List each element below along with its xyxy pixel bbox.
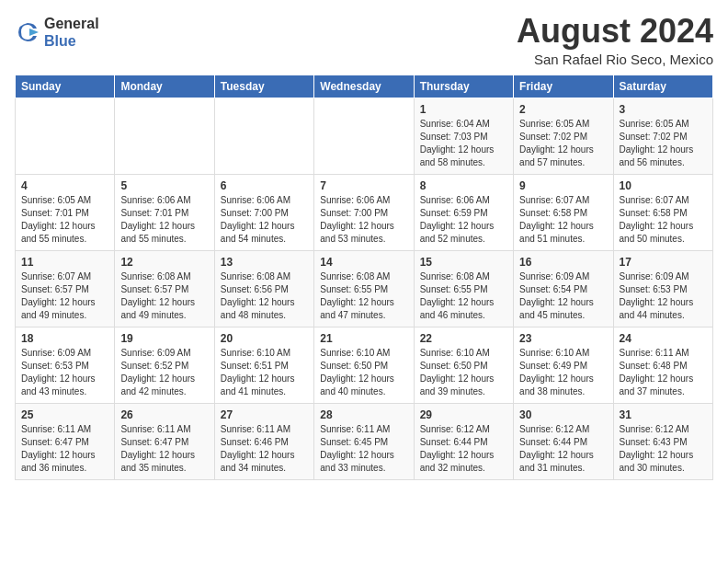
calendar-cell: 5Sunrise: 6:06 AM Sunset: 7:01 PM Daylig… bbox=[115, 175, 214, 251]
weekday-header-friday: Friday bbox=[514, 75, 613, 98]
calendar-cell: 8Sunrise: 6:06 AM Sunset: 6:59 PM Daylig… bbox=[414, 175, 513, 251]
day-info: Sunrise: 6:06 AM Sunset: 7:01 PM Dayligh… bbox=[120, 194, 208, 246]
day-number: 27 bbox=[221, 408, 308, 421]
day-number: 21 bbox=[320, 332, 407, 345]
day-number: 9 bbox=[519, 179, 607, 192]
day-number: 12 bbox=[120, 256, 208, 269]
calendar-cell: 21Sunrise: 6:10 AM Sunset: 6:50 PM Dayli… bbox=[314, 327, 414, 404]
day-info: Sunrise: 6:04 AM Sunset: 7:03 PM Dayligh… bbox=[420, 118, 507, 169]
day-info: Sunrise: 6:07 AM Sunset: 6:58 PM Dayligh… bbox=[620, 194, 707, 246]
calendar-cell bbox=[16, 98, 115, 175]
calendar-cell: 9Sunrise: 6:07 AM Sunset: 6:58 PM Daylig… bbox=[514, 175, 613, 251]
week-row-5: 25Sunrise: 6:11 AM Sunset: 6:47 PM Dayli… bbox=[16, 404, 713, 480]
title-block: August 2024 San Rafael Rio Seco, Mexico bbox=[517, 15, 713, 67]
calendar-cell: 15Sunrise: 6:08 AM Sunset: 6:55 PM Dayli… bbox=[414, 251, 513, 327]
day-number: 6 bbox=[221, 179, 308, 192]
calendar-cell: 31Sunrise: 6:12 AM Sunset: 6:43 PM Dayli… bbox=[613, 404, 712, 480]
day-number: 14 bbox=[320, 256, 407, 269]
calendar-cell: 19Sunrise: 6:09 AM Sunset: 6:52 PM Dayli… bbox=[115, 327, 214, 404]
day-number: 29 bbox=[420, 408, 507, 421]
calendar-cell: 20Sunrise: 6:10 AM Sunset: 6:51 PM Dayli… bbox=[214, 327, 313, 404]
day-number: 5 bbox=[120, 179, 208, 192]
day-info: Sunrise: 6:09 AM Sunset: 6:52 PM Dayligh… bbox=[120, 347, 208, 398]
calendar-cell: 6Sunrise: 6:06 AM Sunset: 7:00 PM Daylig… bbox=[214, 175, 313, 251]
calendar-cell: 23Sunrise: 6:10 AM Sunset: 6:49 PM Dayli… bbox=[514, 327, 613, 404]
logo-blue: Blue bbox=[44, 33, 76, 49]
calendar-cell: 14Sunrise: 6:08 AM Sunset: 6:55 PM Dayli… bbox=[314, 251, 414, 327]
day-number: 2 bbox=[519, 103, 607, 116]
weekday-header-tuesday: Tuesday bbox=[214, 75, 313, 98]
day-info: Sunrise: 6:08 AM Sunset: 6:56 PM Dayligh… bbox=[221, 270, 308, 322]
day-info: Sunrise: 6:11 AM Sunset: 6:48 PM Dayligh… bbox=[620, 347, 707, 398]
day-number: 24 bbox=[620, 332, 707, 345]
day-number: 19 bbox=[120, 332, 208, 345]
day-info: Sunrise: 6:06 AM Sunset: 7:00 PM Dayligh… bbox=[221, 194, 308, 246]
day-number: 17 bbox=[620, 256, 707, 269]
week-row-2: 4Sunrise: 6:05 AM Sunset: 7:01 PM Daylig… bbox=[16, 175, 713, 251]
day-number: 28 bbox=[320, 408, 407, 421]
day-info: Sunrise: 6:10 AM Sunset: 6:50 PM Dayligh… bbox=[420, 347, 507, 398]
location-subtitle: San Rafael Rio Seco, Mexico bbox=[517, 52, 713, 67]
calendar-table: SundayMondayTuesdayWednesdayThursdayFrid… bbox=[15, 75, 713, 480]
calendar-cell: 3Sunrise: 6:05 AM Sunset: 7:02 PM Daylig… bbox=[613, 98, 712, 175]
weekday-header-monday: Monday bbox=[115, 75, 214, 98]
weekday-header-row: SundayMondayTuesdayWednesdayThursdayFrid… bbox=[16, 75, 713, 98]
day-number: 11 bbox=[21, 256, 108, 269]
weekday-header-thursday: Thursday bbox=[414, 75, 513, 98]
day-number: 13 bbox=[221, 256, 308, 269]
weekday-header-sunday: Sunday bbox=[16, 75, 115, 98]
day-info: Sunrise: 6:09 AM Sunset: 6:54 PM Dayligh… bbox=[519, 270, 607, 322]
calendar-cell: 7Sunrise: 6:06 AM Sunset: 7:00 PM Daylig… bbox=[314, 175, 414, 251]
calendar-cell: 30Sunrise: 6:12 AM Sunset: 6:44 PM Dayli… bbox=[514, 404, 613, 480]
logo-icon bbox=[15, 19, 40, 45]
calendar-cell: 18Sunrise: 6:09 AM Sunset: 6:53 PM Dayli… bbox=[16, 327, 115, 404]
day-info: Sunrise: 6:10 AM Sunset: 6:49 PM Dayligh… bbox=[519, 347, 607, 398]
day-number: 31 bbox=[620, 408, 707, 421]
day-info: Sunrise: 6:07 AM Sunset: 6:57 PM Dayligh… bbox=[21, 270, 108, 322]
day-number: 23 bbox=[519, 332, 607, 345]
calendar-cell bbox=[115, 98, 214, 175]
logo: General Blue bbox=[15, 15, 99, 50]
calendar-cell: 10Sunrise: 6:07 AM Sunset: 6:58 PM Dayli… bbox=[613, 175, 712, 251]
day-number: 4 bbox=[21, 179, 108, 192]
day-info: Sunrise: 6:08 AM Sunset: 6:55 PM Dayligh… bbox=[320, 270, 407, 322]
day-info: Sunrise: 6:11 AM Sunset: 6:47 PM Dayligh… bbox=[21, 423, 108, 475]
day-number: 7 bbox=[320, 179, 407, 192]
calendar-cell: 28Sunrise: 6:11 AM Sunset: 6:45 PM Dayli… bbox=[314, 404, 414, 480]
day-info: Sunrise: 6:06 AM Sunset: 6:59 PM Dayligh… bbox=[420, 194, 507, 246]
day-number: 3 bbox=[620, 103, 707, 116]
calendar-cell: 22Sunrise: 6:10 AM Sunset: 6:50 PM Dayli… bbox=[414, 327, 513, 404]
day-info: Sunrise: 6:12 AM Sunset: 6:44 PM Dayligh… bbox=[420, 423, 507, 475]
day-info: Sunrise: 6:05 AM Sunset: 7:02 PM Dayligh… bbox=[620, 118, 707, 169]
calendar-cell bbox=[214, 98, 313, 175]
calendar-cell: 25Sunrise: 6:11 AM Sunset: 6:47 PM Dayli… bbox=[16, 404, 115, 480]
day-info: Sunrise: 6:10 AM Sunset: 6:51 PM Dayligh… bbox=[221, 347, 308, 398]
day-number: 25 bbox=[21, 408, 108, 421]
calendar-cell: 24Sunrise: 6:11 AM Sunset: 6:48 PM Dayli… bbox=[613, 327, 712, 404]
day-info: Sunrise: 6:05 AM Sunset: 7:01 PM Dayligh… bbox=[21, 194, 108, 246]
calendar-cell: 29Sunrise: 6:12 AM Sunset: 6:44 PM Dayli… bbox=[414, 404, 513, 480]
day-info: Sunrise: 6:05 AM Sunset: 7:02 PM Dayligh… bbox=[519, 118, 607, 169]
day-number: 30 bbox=[519, 408, 607, 421]
day-info: Sunrise: 6:11 AM Sunset: 6:45 PM Dayligh… bbox=[320, 423, 407, 475]
day-info: Sunrise: 6:12 AM Sunset: 6:44 PM Dayligh… bbox=[519, 423, 607, 475]
calendar-cell: 4Sunrise: 6:05 AM Sunset: 7:01 PM Daylig… bbox=[16, 175, 115, 251]
calendar-cell: 13Sunrise: 6:08 AM Sunset: 6:56 PM Dayli… bbox=[214, 251, 313, 327]
day-number: 18 bbox=[21, 332, 108, 345]
calendar-cell: 11Sunrise: 6:07 AM Sunset: 6:57 PM Dayli… bbox=[16, 251, 115, 327]
weekday-header-wednesday: Wednesday bbox=[314, 75, 414, 98]
day-number: 8 bbox=[420, 179, 507, 192]
day-info: Sunrise: 6:11 AM Sunset: 6:46 PM Dayligh… bbox=[221, 423, 308, 475]
day-number: 16 bbox=[519, 256, 607, 269]
day-info: Sunrise: 6:11 AM Sunset: 6:47 PM Dayligh… bbox=[120, 423, 208, 475]
day-info: Sunrise: 6:08 AM Sunset: 6:57 PM Dayligh… bbox=[120, 270, 208, 322]
calendar-cell: 1Sunrise: 6:04 AM Sunset: 7:03 PM Daylig… bbox=[414, 98, 513, 175]
calendar-cell: 26Sunrise: 6:11 AM Sunset: 6:47 PM Dayli… bbox=[115, 404, 214, 480]
day-number: 22 bbox=[420, 332, 507, 345]
logo-general: General bbox=[44, 16, 99, 31]
week-row-1: 1Sunrise: 6:04 AM Sunset: 7:03 PM Daylig… bbox=[16, 98, 713, 175]
logo-text: General Blue bbox=[44, 15, 99, 50]
day-info: Sunrise: 6:06 AM Sunset: 7:00 PM Dayligh… bbox=[320, 194, 407, 246]
day-number: 20 bbox=[221, 332, 308, 345]
day-info: Sunrise: 6:07 AM Sunset: 6:58 PM Dayligh… bbox=[519, 194, 607, 246]
